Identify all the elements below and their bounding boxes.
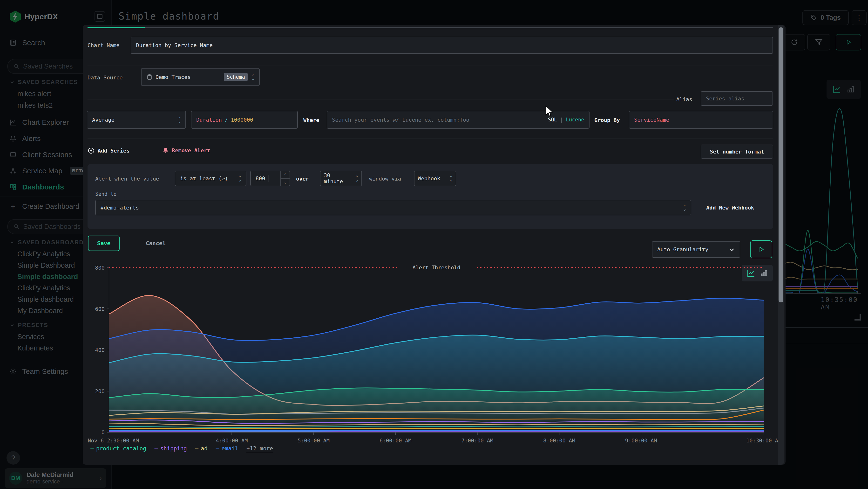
text-caret — [269, 175, 269, 182]
chevron-up-down-icon: ⌃⌄ — [683, 205, 686, 210]
alias-placeholder: Series alias — [706, 95, 744, 102]
series-line[interactable] — [109, 428, 764, 429]
y-tick-label: 800 — [95, 265, 105, 271]
alias-label: Alias — [676, 96, 692, 102]
chart-name-input[interactable]: Duration by Service Name — [131, 37, 773, 54]
x-tick-label: Nov 6 2:30:00 AM — [88, 438, 139, 443]
x-tick-label: 9:00:00 AM — [625, 438, 657, 443]
legend-swatch: — — [155, 445, 158, 452]
expression-value: 1000000 — [231, 117, 253, 123]
number-stepper[interactable]: ⌃⌄ — [280, 171, 289, 185]
window-via-label: window via — [369, 176, 401, 182]
group-by-input[interactable]: ServiceName — [629, 111, 773, 128]
set-number-format-label: Set number format — [710, 149, 764, 155]
divider — [88, 99, 674, 99]
set-number-format-button[interactable]: Set number format — [701, 145, 773, 159]
alert-condition-value: is at least (≥) — [180, 175, 228, 181]
y-tick-label: 400 — [95, 347, 105, 353]
cancel-button[interactable]: Cancel — [141, 236, 170, 251]
webhook-select[interactable]: #demo-alerts ⌃⌄ — [95, 200, 691, 215]
divider — [88, 139, 773, 139]
add-series-label: Add Series — [98, 148, 129, 154]
alert-condition-select[interactable]: is at least (≥) ⌃⌄ — [175, 171, 246, 186]
lucene-toggle[interactable]: Lucene — [566, 117, 584, 123]
alert-window-value: 30 minute — [324, 172, 352, 184]
modal-progress-bar — [88, 27, 773, 28]
legend-item[interactable]: —email — [216, 445, 238, 452]
remove-alert-button[interactable]: Remove Alert — [162, 147, 210, 154]
x-tick-label: 6:00:00 AM — [379, 438, 411, 443]
field-expression-input[interactable]: Duration/1000000 — [191, 111, 298, 128]
add-new-webhook-button[interactable]: Add New Webhook — [706, 205, 754, 211]
legend-more-link[interactable]: +12 more — [246, 445, 273, 452]
chevron-up-down-icon: ⌃⌄ — [355, 176, 358, 181]
chevron-up-down-icon: ⌃⌄ — [178, 117, 181, 122]
modal-scrollbar[interactable] — [778, 25, 784, 465]
chevron-up-down-icon: ⌃⌄ — [239, 176, 241, 181]
expression-field: Duration — [196, 117, 222, 123]
add-series-button[interactable]: Add Series — [88, 147, 129, 154]
chart-legend: —product-catalog—shipping—ad—email+12 mo… — [90, 445, 273, 452]
toggle-divider: | — [560, 117, 563, 123]
webhook-value: #demo-alerts — [100, 205, 139, 211]
y-tick-label: 200 — [95, 389, 105, 394]
alert-prefix-label: Alert when the value — [95, 176, 159, 182]
legend-swatch: — — [90, 445, 94, 452]
alert-config-panel: Alert when the value is at least (≥) ⌃⌄ … — [88, 164, 773, 229]
database-icon — [146, 74, 153, 80]
chevron-up-down-icon: ⌃⌄ — [450, 176, 452, 181]
granularity-value: Auto Granularity — [657, 247, 708, 253]
progress-fill — [88, 27, 145, 28]
scrollbar-thumb[interactable] — [779, 27, 783, 303]
x-tick-label: 5:00:00 AM — [298, 438, 330, 443]
expression-operator: / — [225, 117, 228, 123]
save-button[interactable]: Save — [88, 236, 120, 251]
legend-label: email — [222, 445, 238, 452]
run-chart-button[interactable] — [750, 240, 772, 258]
aggregation-value: Average — [92, 117, 115, 123]
data-source-value: Demo Traces — [156, 74, 191, 80]
x-tick-label: 10:30:00 AM — [746, 438, 781, 443]
chevron-up-down-icon: ⌃⌄ — [252, 74, 254, 80]
cancel-label: Cancel — [146, 240, 166, 247]
timeseries-chart[interactable]: 0200400600800Nov 6 2:30:00 AM4:00:00 AM5… — [109, 268, 764, 432]
stepper-down-icon[interactable]: ⌄ — [281, 178, 289, 185]
legend-item[interactable]: —ad — [195, 445, 208, 452]
alert-channel-value: Webhook — [418, 175, 440, 181]
save-label: Save — [97, 240, 111, 247]
remove-alert-label: Remove Alert — [172, 147, 210, 153]
legend-item[interactable]: —shipping — [155, 445, 187, 452]
granularity-select[interactable]: Auto Granularity — [652, 241, 740, 258]
legend-swatch: — — [195, 445, 198, 452]
legend-label: ad — [201, 445, 208, 452]
alert-threshold-input[interactable]: 800 ⌃⌄ — [250, 171, 290, 186]
alert-channel-select[interactable]: Webhook ⌃⌄ — [414, 171, 456, 186]
legend-label: shipping — [160, 445, 187, 452]
aggregation-select[interactable]: Average ⌃⌄ — [87, 111, 186, 128]
x-tick-label: 8:00:00 AM — [543, 438, 575, 443]
alias-input[interactable]: Series alias — [701, 91, 773, 106]
data-source-select[interactable]: Demo Traces Schema ⌃⌄ — [141, 68, 260, 86]
chevron-down-icon — [728, 247, 735, 253]
send-to-label: Send to — [95, 191, 117, 197]
group-by-value: ServiceName — [634, 117, 669, 123]
series-line[interactable] — [109, 430, 764, 431]
stepper-up-icon[interactable]: ⌃ — [281, 171, 289, 178]
x-tick-label: 4:00:00 AM — [216, 438, 248, 443]
legend-swatch: — — [216, 445, 219, 452]
divider — [88, 65, 773, 65]
bell-icon — [162, 147, 169, 154]
over-label: over — [296, 176, 309, 182]
plus-circle-icon — [88, 147, 95, 154]
y-tick-label: 0 — [101, 429, 105, 435]
chart-name-value: Duration by Service Name — [136, 42, 213, 48]
group-by-label: Group By — [594, 117, 620, 123]
where-label: Where — [303, 117, 319, 123]
edit-chart-modal: Chart Name Duration by Service Name Data… — [83, 25, 785, 465]
alert-window-select[interactable]: 30 minute ⌃⌄ — [320, 171, 362, 186]
legend-item[interactable]: —product-catalog — [90, 445, 146, 452]
y-tick-label: 600 — [95, 306, 105, 312]
mouse-cursor — [544, 105, 555, 118]
threshold-label: Alert Threshold — [412, 264, 461, 270]
x-tick-label: 7:00:00 AM — [462, 438, 493, 443]
